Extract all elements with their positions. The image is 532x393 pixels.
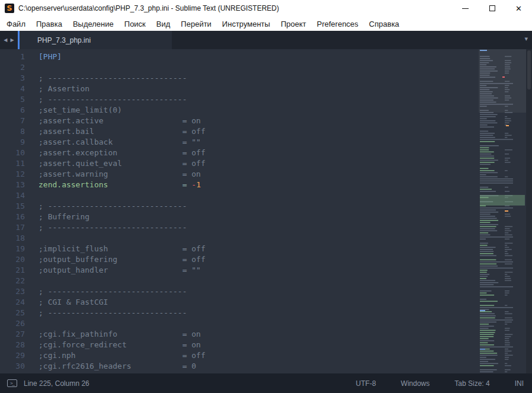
line-number: 12: [0, 169, 25, 180]
code-segment: = off: [182, 255, 206, 264]
line-number: 18: [0, 233, 25, 244]
code-line[interactable]: 2: [0, 62, 532, 73]
code-lines: 1[PHP]23; ------------------------------…: [0, 49, 532, 372]
code-line[interactable]: 30;cgi.rfc2616_headers = 0: [0, 361, 532, 372]
code-segment: = off: [182, 351, 206, 360]
menu-item-3[interactable]: Поиск: [119, 20, 151, 28]
code-line[interactable]: 12;assert.warning = on: [0, 169, 532, 180]
maximize-button[interactable]: [479, 0, 505, 17]
minimap-canvas: [479, 49, 526, 373]
code-line[interactable]: 10;assert.exception = off: [0, 148, 532, 158]
code-segment: ;cgi.force_redirect: [39, 340, 182, 349]
vertical-scrollbar-thumb[interactable]: [527, 50, 531, 90]
line-number: 4: [0, 84, 25, 94]
editor-area[interactable]: 1[PHP]23; ------------------------------…: [0, 49, 532, 373]
code-segment: = "": [182, 138, 201, 146]
line-number: 19: [0, 244, 25, 254]
code-segment: [PHP]: [39, 52, 62, 61]
menu-item-0[interactable]: Файл: [1, 20, 31, 28]
code-line[interactable]: 4; Assertion: [0, 84, 532, 94]
menu-item-9[interactable]: Справка: [364, 20, 405, 28]
code-line[interactable]: 13zend.assertions = -1: [0, 180, 532, 190]
code-line[interactable]: 20;output_buffering = off: [0, 254, 532, 265]
line-number: 13: [0, 180, 25, 190]
code-line[interactable]: 15; ------------------------------: [0, 201, 532, 212]
code-text: ;assert.exception = off: [39, 148, 206, 158]
code-text: ;assert.callback = "": [39, 137, 201, 148]
code-segment: ;assert.quiet_eval: [39, 159, 182, 168]
code-segment: = on: [182, 330, 201, 338]
code-segment: ; CGI & FastCGI: [39, 298, 108, 306]
code-line[interactable]: 16; Buffering: [0, 212, 532, 222]
cursor-position[interactable]: Line 225, Column 26: [24, 379, 89, 388]
code-segment: ; ------------------------------: [39, 202, 187, 210]
code-text: ;assert.bail = off: [39, 126, 206, 137]
tab-bar: ◀ ▶ PHP_7.3_php.ini ▾: [0, 31, 532, 49]
menu-item-4[interactable]: Вид: [151, 20, 176, 28]
status-syntax[interactable]: INI: [515, 379, 524, 388]
code-line[interactable]: 25; ------------------------------: [0, 308, 532, 318]
line-number: 25: [0, 308, 25, 318]
status-right-group: UTF-8WindowsTab Size: 4INI: [356, 379, 524, 388]
minimize-button[interactable]: [452, 0, 479, 17]
code-line[interactable]: 5; ------------------------------: [0, 94, 532, 105]
code-line[interactable]: 19;implicit_flush = off: [0, 244, 532, 254]
code-text: ;output_handler = "": [39, 265, 201, 276]
code-line[interactable]: 26: [0, 318, 532, 329]
code-segment: ;cgi.rfc2616_headers: [39, 362, 182, 370]
code-line[interactable]: 1[PHP]: [0, 52, 532, 62]
code-line[interactable]: 29;cgi.nph = off: [0, 350, 532, 361]
code-segment: ;assert.callback: [39, 138, 182, 146]
status-line-endings[interactable]: Windows: [401, 379, 430, 388]
code-segment: = off: [182, 159, 206, 168]
title-bar: S C:\openserver\userdata\config\PHP_7.3_…: [0, 0, 532, 17]
code-segment: =: [182, 180, 192, 189]
line-number: 11: [0, 158, 25, 169]
code-segment: ; Buffering: [39, 212, 89, 221]
code-line[interactable]: 7;assert.active = on: [0, 116, 532, 126]
code-line[interactable]: 6;set_time_limit(0): [0, 105, 532, 116]
code-text: ; ------------------------------: [39, 222, 187, 233]
menu-item-1[interactable]: Правка: [31, 20, 68, 28]
code-segment: ;assert.bail: [39, 127, 182, 136]
status-bar: >_ Line 225, Column 26 UTF-8WindowsTab S…: [0, 373, 532, 393]
code-line[interactable]: 28;cgi.force_redirect = on: [0, 340, 532, 350]
code-segment: = off: [182, 127, 206, 136]
window-controls: ✕: [452, 0, 532, 17]
menu-item-7[interactable]: Проект: [275, 20, 312, 28]
tab-php-ini[interactable]: PHP_7.3_php.ini: [20, 31, 172, 49]
line-number: 16: [0, 212, 25, 222]
minimap[interactable]: [479, 49, 526, 373]
code-segment: ; ------------------------------: [39, 287, 187, 296]
menu-item-8[interactable]: Preferences: [312, 20, 364, 28]
console-panel-icon[interactable]: >_: [7, 379, 17, 387]
tab-list-dropdown-icon[interactable]: ▾: [524, 35, 528, 43]
code-line[interactable]: 18: [0, 233, 532, 244]
code-text: ;cgi.rfc2616_headers = 0: [39, 361, 196, 372]
menu-bar: ФайлПравкаВыделениеПоискВидПерейтиИнстру…: [0, 17, 532, 31]
code-segment: ;assert.active: [39, 116, 182, 125]
code-line[interactable]: 17; ------------------------------: [0, 222, 532, 233]
menu-item-2[interactable]: Выделение: [68, 20, 119, 28]
status-tab-size[interactable]: Tab Size: 4: [454, 379, 489, 388]
code-line[interactable]: 24; CGI & FastCGI: [0, 297, 532, 308]
menu-item-6[interactable]: Инструменты: [217, 20, 275, 28]
close-button[interactable]: ✕: [505, 0, 532, 17]
code-segment: ;assert.warning: [39, 170, 182, 178]
code-line[interactable]: 8;assert.bail = off: [0, 126, 532, 137]
tab-scroll-left-icon[interactable]: ◀: [4, 37, 7, 43]
code-line[interactable]: 22: [0, 276, 532, 286]
line-number: 2: [0, 62, 25, 73]
code-line[interactable]: 9;assert.callback = "": [0, 137, 532, 148]
code-text: ; ------------------------------: [39, 73, 187, 84]
menu-item-5[interactable]: Перейти: [175, 20, 217, 28]
code-line[interactable]: 23; ------------------------------: [0, 286, 532, 297]
code-line[interactable]: 27;cgi.fix_pathinfo = on: [0, 329, 532, 340]
code-line[interactable]: 21;output_handler = "": [0, 265, 532, 276]
code-line[interactable]: 14: [0, 190, 532, 201]
status-encoding[interactable]: UTF-8: [356, 379, 376, 388]
code-line[interactable]: 11;assert.quiet_eval = off: [0, 158, 532, 169]
vertical-scrollbar[interactable]: [526, 49, 532, 373]
tab-scroll-right-icon[interactable]: ▶: [11, 37, 14, 43]
code-line[interactable]: 3; ------------------------------: [0, 73, 532, 84]
